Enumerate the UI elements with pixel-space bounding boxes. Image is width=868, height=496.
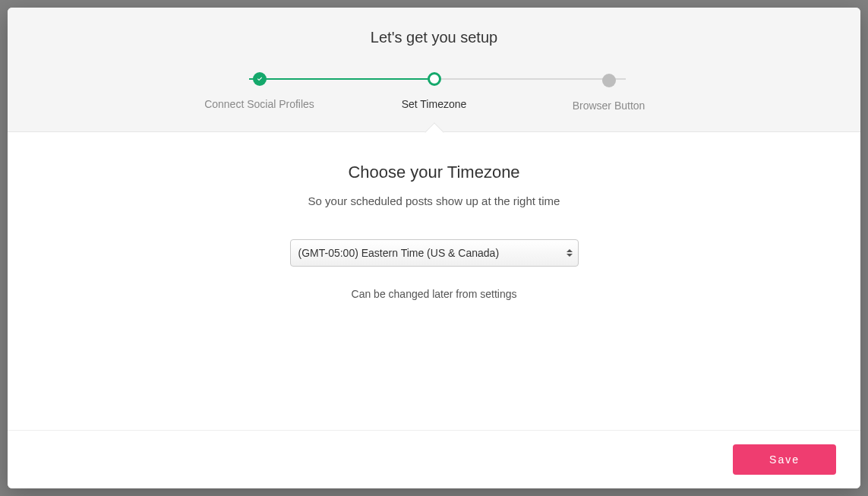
setup-modal: Let's get you setup Connect Social Profi… — [8, 8, 860, 488]
modal-header: Let's get you setup Connect Social Profi… — [8, 8, 860, 132]
modal-body: Choose your Timezone So your scheduled p… — [8, 132, 860, 430]
step-browser-button[interactable]: Browser Button — [548, 72, 670, 112]
settings-hint: Can be changed later from settings — [38, 288, 830, 300]
step-label: Connect Social Profiles — [204, 98, 314, 110]
circle-filled-icon — [602, 74, 616, 87]
timezone-select[interactable]: (GMT-05:00) Eastern Time (US & Canada) — [290, 239, 579, 267]
section-subheading: So your scheduled posts show up at the r… — [38, 194, 830, 207]
step-connect-profiles[interactable]: Connect Social Profiles — [199, 72, 320, 112]
step-label: Set Timezone — [402, 98, 467, 110]
timezone-select-wrap: (GMT-05:00) Eastern Time (US & Canada) — [290, 239, 579, 267]
save-button[interactable]: Save — [733, 444, 836, 475]
check-circle-icon — [253, 72, 267, 86]
circle-outline-icon — [428, 72, 441, 86]
modal-title: Let's get you setup — [38, 29, 830, 46]
modal-footer: Save — [8, 430, 860, 488]
step-label: Browser Button — [573, 100, 645, 112]
section-heading: Choose your Timezone — [38, 163, 830, 182]
step-set-timezone[interactable]: Set Timezone — [374, 72, 495, 112]
